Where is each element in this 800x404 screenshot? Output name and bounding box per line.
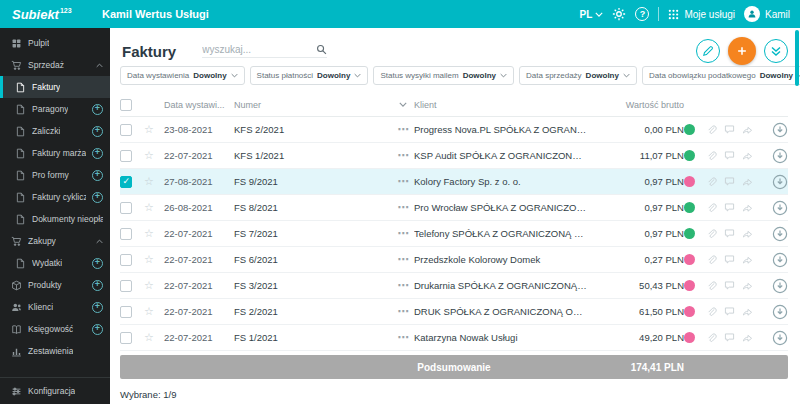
table-row[interactable]: 26-08-2021 FS 8/2021 Pro Wrocław SPÓŁKA … xyxy=(120,195,788,221)
user-menu[interactable]: Kamil xyxy=(744,6,790,22)
row-more-icon[interactable] xyxy=(392,280,414,291)
column-chevron-icon[interactable] xyxy=(392,102,414,107)
filter-data-obowiazku[interactable]: Data obowiązku podatkowego Dowolny xyxy=(642,66,800,85)
sidebar-item-zaliczki[interactable]: Zaliczki xyxy=(0,120,110,142)
expand-collapse-button[interactable] xyxy=(764,39,788,63)
share-icon[interactable] xyxy=(742,202,760,213)
row-more-icon[interactable] xyxy=(392,228,414,239)
comment-icon[interactable] xyxy=(724,124,742,135)
download-icon[interactable] xyxy=(760,226,788,242)
sidebar-item-pulpit[interactable]: Pulpit xyxy=(0,32,110,54)
plus-circle-icon[interactable] xyxy=(92,126,103,137)
plus-circle-icon[interactable] xyxy=(92,324,103,335)
sidebar-item-konfiguracja[interactable]: Konfiguracja xyxy=(0,378,110,404)
plus-circle-icon[interactable] xyxy=(92,148,103,159)
sidebar-section-zakupy[interactable]: Zakupy xyxy=(0,230,110,252)
table-row[interactable]: 22-07-2021 FS 6/2021 Przedszkole Kolorow… xyxy=(120,247,788,273)
filter-data-sprzedazy[interactable]: Data sprzedaży Dowolny xyxy=(519,66,637,85)
favorite-star-icon[interactable] xyxy=(144,280,164,291)
app-logo[interactable]: Subiekt123 xyxy=(0,7,102,22)
sidebar-item-ksiegowosc[interactable]: Księgowość xyxy=(0,318,110,340)
plus-circle-icon[interactable] xyxy=(92,192,103,203)
comment-icon[interactable] xyxy=(724,254,742,265)
favorite-star-icon[interactable] xyxy=(144,202,164,213)
download-icon[interactable] xyxy=(760,148,788,164)
attachment-icon[interactable] xyxy=(706,306,724,317)
attachment-icon[interactable] xyxy=(706,150,724,161)
row-checkbox[interactable] xyxy=(120,254,132,266)
share-icon[interactable] xyxy=(742,306,760,317)
attachment-icon[interactable] xyxy=(706,280,724,291)
favorite-star-icon[interactable] xyxy=(144,306,164,317)
table-row[interactable]: 22-07-2021 KFS 1/2021 KSP Audit SPÓŁKA Z… xyxy=(120,143,788,169)
favorite-star-icon[interactable] xyxy=(144,176,164,187)
attachment-icon[interactable] xyxy=(706,254,724,265)
download-icon[interactable] xyxy=(760,330,788,346)
download-icon[interactable] xyxy=(760,174,788,190)
row-more-icon[interactable] xyxy=(392,306,414,317)
plus-circle-icon[interactable] xyxy=(92,104,103,115)
plus-circle-icon[interactable] xyxy=(92,302,103,313)
row-checkbox[interactable] xyxy=(120,124,132,136)
table-row[interactable]: 23-08-2021 KFS 2/2021 Progress Nova.PL S… xyxy=(120,117,788,143)
sidebar-item-wydatki[interactable]: Wydatki xyxy=(0,252,110,274)
download-icon[interactable] xyxy=(760,304,788,320)
row-more-icon[interactable] xyxy=(392,202,414,213)
filter-status-platnosci[interactable]: Status płatności Dowolny xyxy=(250,66,369,85)
sidebar-item-zestawienia[interactable]: Zestawienia xyxy=(0,340,110,362)
attachment-icon[interactable] xyxy=(706,202,724,213)
sidebar-item-faktury[interactable]: Faktury xyxy=(0,76,110,98)
col-header-number[interactable]: Numer xyxy=(234,100,392,110)
col-header-client[interactable]: Klient xyxy=(414,100,598,110)
sidebar-item-klienci[interactable]: Klienci xyxy=(0,296,110,318)
row-checkbox[interactable] xyxy=(120,228,132,240)
table-row[interactable]: 22-07-2021 FS 3/2021 Drukarnia SPÓŁKA Z … xyxy=(120,273,788,299)
favorite-star-icon[interactable] xyxy=(144,124,164,135)
filter-data-wystawienia[interactable]: Data wystawienia Dowolny xyxy=(120,66,245,85)
share-icon[interactable] xyxy=(742,124,760,135)
comment-icon[interactable] xyxy=(724,228,742,239)
my-services-button[interactable]: Moje usługi xyxy=(668,9,735,20)
plus-circle-icon[interactable] xyxy=(92,280,103,291)
comment-icon[interactable] xyxy=(724,280,742,291)
col-header-gross[interactable]: Wartość brutto xyxy=(598,100,684,110)
comment-icon[interactable] xyxy=(724,176,742,187)
download-icon[interactable] xyxy=(760,200,788,216)
row-more-icon[interactable] xyxy=(392,332,414,343)
sidebar-item-paragony[interactable]: Paragony xyxy=(0,98,110,120)
download-icon[interactable] xyxy=(760,278,788,294)
sidebar-item-pro-formy[interactable]: Pro formy xyxy=(0,164,110,186)
comment-icon[interactable] xyxy=(724,202,742,213)
help-icon[interactable] xyxy=(635,7,649,21)
sidebar-item-faktury-cykliczne[interactable]: Faktury cykliczne xyxy=(0,186,110,208)
select-all-checkbox[interactable] xyxy=(120,99,132,111)
comment-icon[interactable] xyxy=(724,332,742,343)
favorite-star-icon[interactable] xyxy=(144,228,164,239)
row-checkbox[interactable] xyxy=(120,306,132,318)
plus-circle-icon[interactable] xyxy=(92,170,103,181)
attachment-icon[interactable] xyxy=(706,124,724,135)
table-row[interactable]: 22-07-2021 FS 2/2021 DRUK SPÓŁKA Z OGRAN… xyxy=(120,299,788,325)
sidebar-item-dokumenty-nieoplacone[interactable]: Dokumenty nieopłacone xyxy=(0,208,110,230)
search-icon[interactable] xyxy=(316,44,327,55)
share-icon[interactable] xyxy=(742,150,760,161)
row-checkbox[interactable] xyxy=(120,332,132,344)
sidebar-item-faktury-marza[interactable]: Faktury marża xyxy=(0,142,110,164)
favorite-star-icon[interactable] xyxy=(144,332,164,343)
row-checkbox[interactable] xyxy=(120,280,132,292)
row-more-icon[interactable] xyxy=(392,176,414,187)
search-input[interactable] xyxy=(202,44,310,55)
filter-status-wysylki[interactable]: Status wysyłki mailem Dowolny xyxy=(373,66,514,85)
col-header-date[interactable]: Data wystawi... xyxy=(164,100,234,110)
share-icon[interactable] xyxy=(742,228,760,239)
row-checkbox[interactable] xyxy=(120,202,132,214)
comment-icon[interactable] xyxy=(724,306,742,317)
share-icon[interactable] xyxy=(742,176,760,187)
attachment-icon[interactable] xyxy=(706,228,724,239)
sidebar-section-sprzedaz[interactable]: Sprzedaż xyxy=(0,54,110,76)
language-selector[interactable]: PL xyxy=(580,9,604,20)
share-icon[interactable] xyxy=(742,254,760,265)
row-checkbox[interactable] xyxy=(120,176,132,188)
plus-circle-icon[interactable] xyxy=(92,258,103,269)
attachment-icon[interactable] xyxy=(706,332,724,343)
